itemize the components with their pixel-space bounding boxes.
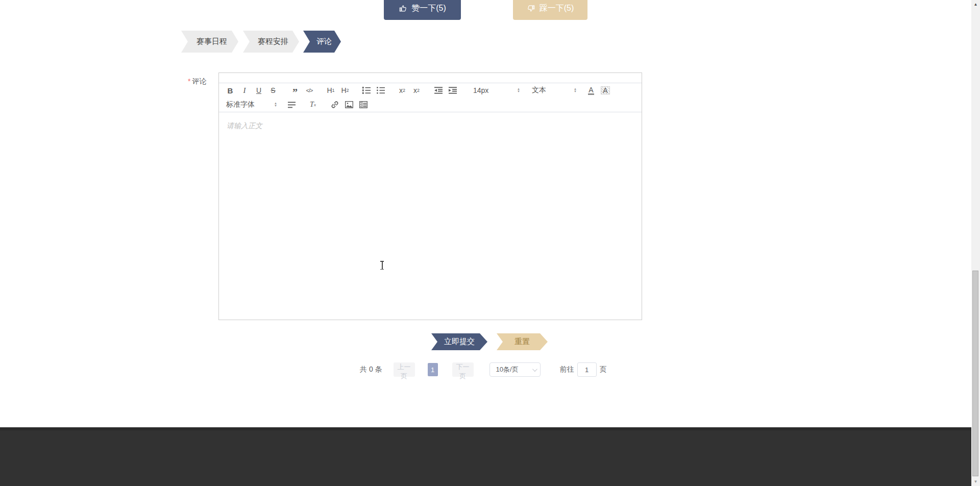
dislike-button-label: 踩一下(5) [540, 3, 574, 14]
clear-sub: x [314, 102, 316, 107]
scroll-up-arrow-icon[interactable]: ▲ [971, 0, 980, 9]
required-asterisk: * [188, 77, 190, 85]
clear-format-button[interactable]: Tx [306, 98, 320, 111]
indent-decrease-icon[interactable] [431, 84, 446, 97]
text-type-select[interactable]: 文本 ▲▼ [532, 84, 577, 97]
sup-letter: x [413, 86, 417, 94]
tab-event-schedule[interactable]: 赛事日程 [181, 31, 238, 53]
superscript-button[interactable]: x2 [409, 84, 424, 97]
tab-label: 赛程安排 [258, 37, 288, 46]
sup-number: 2 [417, 88, 420, 93]
unordered-list-icon[interactable] [374, 84, 388, 97]
h2-number: 2 [347, 88, 349, 93]
strikethrough-button[interactable]: S [266, 84, 280, 97]
editor-placeholder: 请输入正文 [227, 121, 262, 131]
tab-comments-active[interactable]: 评论 [303, 31, 341, 53]
font-color-button[interactable]: A [584, 84, 598, 97]
like-button-label: 赞一下(5) [411, 3, 446, 14]
h1-letter: H [327, 86, 332, 94]
thumb-up-icon [399, 4, 407, 13]
bold-button[interactable]: B [223, 84, 237, 97]
text-type-value: 文本 [532, 86, 574, 95]
comment-field-label: *评论 [188, 77, 206, 86]
ordered-list-icon[interactable] [359, 84, 374, 97]
toolbar-row-2: 标准字体 ▲▼ Tx [223, 98, 638, 112]
tab-match-arrangement[interactable]: 赛程安排 [243, 31, 299, 53]
subscript-button[interactable]: x2 [395, 84, 409, 97]
next-page-button[interactable]: 下一页 [452, 362, 474, 377]
alignment-icon[interactable] [284, 98, 299, 111]
h2-letter: H [341, 86, 346, 94]
comment-label-text: 评论 [192, 77, 206, 85]
pagination-total: 共 0 条 [360, 365, 382, 374]
clear-letter: T [310, 101, 314, 109]
tab-label: 评论 [316, 37, 332, 46]
chevron-down-icon [532, 367, 537, 372]
vertical-scrollbar: ▲ ▼ [971, 0, 980, 486]
sub-letter: x [399, 86, 403, 94]
goto-label: 前往 [560, 365, 574, 374]
like-button[interactable]: 赞一下(5) [384, 0, 461, 20]
editor-content-area[interactable]: 请输入正文 [219, 112, 642, 331]
editor-top-strip [219, 73, 642, 83]
reset-button[interactable]: 重置 [497, 333, 548, 350]
submit-button[interactable]: 立即提交 [431, 333, 487, 350]
prev-page-button[interactable]: 上一页 [394, 362, 415, 377]
font-family-value: 标准字体 [226, 100, 274, 109]
pagination: 共 0 条 上一页 1 下一页 10条/页 前往 页 [360, 362, 607, 377]
page: 赞一下(5) 踩一下(5) 赛事日程 赛程安排 评论 *评论 B I U S ”… [0, 0, 980, 486]
select-arrows-icon: ▲▼ [517, 88, 520, 93]
blockquote-button[interactable]: ” [288, 84, 302, 97]
goto-page-input[interactable] [577, 362, 597, 377]
font-size-select[interactable]: 14px ▲▼ [473, 84, 520, 97]
select-arrows-icon: ▲▼ [274, 102, 277, 107]
heading1-button[interactable]: H1 [324, 84, 338, 97]
italic-button[interactable]: I [237, 84, 252, 97]
goto-unit-label: 页 [600, 365, 607, 374]
tab-label: 赛事日程 [197, 37, 227, 46]
footer [0, 427, 980, 486]
select-arrows-icon: ▲▼ [574, 88, 577, 93]
dislike-button[interactable]: 踩一下(5) [513, 0, 587, 20]
h1-number: 1 [332, 88, 335, 93]
thumb-down-icon [527, 4, 535, 13]
link-icon[interactable] [328, 98, 342, 111]
page-number-1[interactable]: 1 [428, 363, 438, 376]
rich-text-editor: B I U S ” </> H1 H2 x2 x2 [218, 72, 642, 320]
toolbar-row-1: B I U S ” </> H1 H2 x2 x2 [223, 83, 638, 98]
sub-number: 2 [403, 88, 405, 93]
indent-increase-icon[interactable] [446, 84, 460, 97]
video-icon[interactable] [356, 98, 371, 111]
heading2-button[interactable]: H2 [338, 84, 352, 97]
editor-toolbar: B I U S ” </> H1 H2 x2 x2 [219, 83, 642, 112]
scroll-down-arrow-icon[interactable]: ▼ [971, 477, 980, 486]
code-button[interactable]: </> [302, 84, 316, 97]
font-color-letter: A [588, 86, 594, 95]
image-icon[interactable] [342, 98, 356, 111]
page-size-select[interactable]: 10条/页 [489, 362, 541, 377]
font-family-select[interactable]: 标准字体 ▲▼ [226, 98, 277, 111]
scrollbar-thumb[interactable] [972, 271, 978, 476]
highlight-color-button[interactable]: A [598, 84, 612, 97]
highlight-letter: A [601, 86, 609, 94]
page-size-value: 10条/页 [496, 365, 532, 374]
underline-button[interactable]: U [252, 84, 266, 97]
font-size-value: 14px [473, 86, 517, 94]
